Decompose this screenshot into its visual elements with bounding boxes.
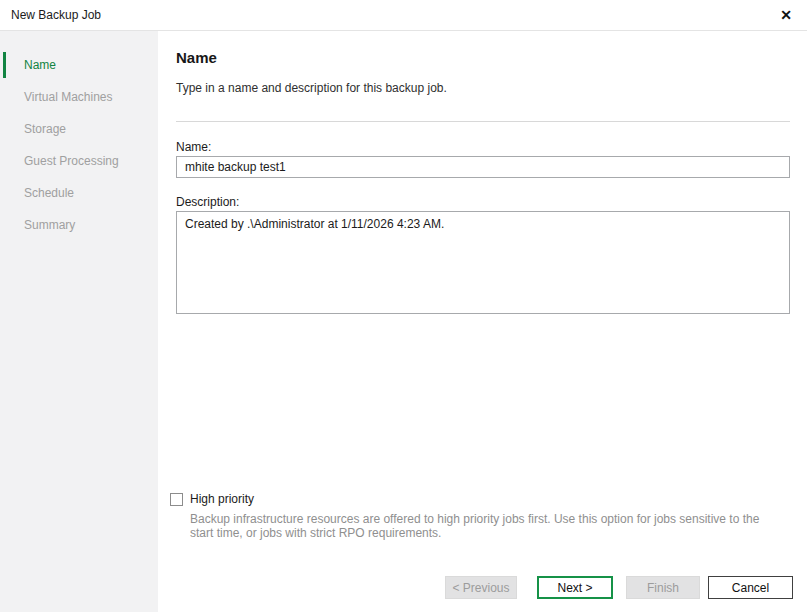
wizard-step-panel: Name Type in a name and description for … <box>158 31 807 612</box>
high-priority-help-text: Backup infrastructure resources are offe… <box>190 512 782 540</box>
title-bar: New Backup Job ✕ <box>0 0 807 31</box>
sidebar-item-name[interactable]: Name <box>0 49 158 81</box>
cancel-button[interactable]: Cancel <box>708 576 793 599</box>
sidebar-item-virtual-machines[interactable]: Virtual Machines <box>0 81 158 113</box>
page-title: Name <box>176 49 790 66</box>
wizard-steps-sidebar: Name Virtual Machines Storage Guest Proc… <box>0 31 158 612</box>
high-priority-label: High priority <box>190 492 254 506</box>
sidebar-item-label: Summary <box>24 218 75 232</box>
page-subtitle: Type in a name and description for this … <box>176 81 790 95</box>
job-name-input[interactable] <box>176 156 790 178</box>
close-icon[interactable]: ✕ <box>777 6 795 24</box>
sidebar-item-schedule[interactable]: Schedule <box>0 177 158 209</box>
window-title: New Backup Job <box>11 8 101 22</box>
name-field-label: Name: <box>176 140 790 154</box>
header-divider <box>176 121 790 122</box>
wizard-buttons: < Previous Next > Finish Cancel <box>445 576 793 599</box>
sidebar-item-summary[interactable]: Summary <box>0 209 158 241</box>
sidebar-item-storage[interactable]: Storage <box>0 113 158 145</box>
high-priority-section: High priority Backup infrastructure reso… <box>170 492 790 540</box>
sidebar-item-label: Virtual Machines <box>24 90 113 104</box>
high-priority-option[interactable]: High priority <box>170 492 790 506</box>
sidebar-item-label: Guest Processing <box>24 154 119 168</box>
sidebar-item-label: Storage <box>24 122 66 136</box>
finish-button[interactable]: Finish <box>626 576 700 599</box>
new-backup-job-dialog: New Backup Job ✕ Name Virtual Machines S… <box>0 0 807 613</box>
description-field-label: Description: <box>176 195 790 209</box>
sidebar-item-label: Schedule <box>24 186 74 200</box>
job-description-textarea[interactable]: Created by .\Administrator at 1/11/2026 … <box>176 211 790 314</box>
sidebar-item-guest-processing[interactable]: Guest Processing <box>0 145 158 177</box>
sidebar-item-label: Name <box>24 58 56 72</box>
high-priority-checkbox[interactable] <box>170 493 183 506</box>
previous-button[interactable]: < Previous <box>445 576 517 599</box>
next-button[interactable]: Next > <box>537 576 613 599</box>
